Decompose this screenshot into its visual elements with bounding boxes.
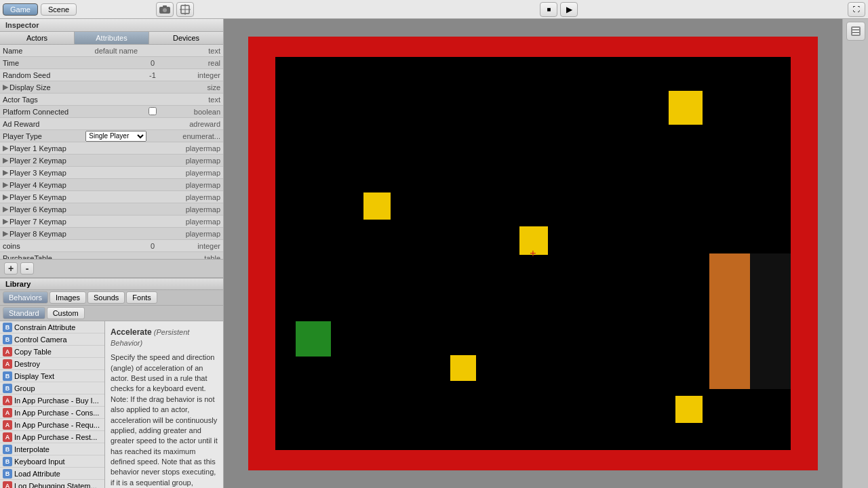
table-row: ▶ Player 5 Keymap playermap <box>0 191 223 203</box>
table-row: ▶ Player 8 Keymap playermap <box>0 228 223 240</box>
right-strip <box>842 19 868 488</box>
badge-a: A <box>3 408 12 418</box>
list-item[interactable]: A Log Debugging Statem... <box>0 480 104 488</box>
inspector-tabs: Actors Attributes Devices <box>0 32 223 45</box>
table-row: ▶ Player 3 Keymap playermap <box>0 167 223 179</box>
table-row: ▶ Display Size size <box>0 81 223 94</box>
badge-b: B <box>3 469 12 479</box>
target-icon[interactable] <box>176 2 194 17</box>
add-attribute-button[interactable]: + <box>4 262 18 274</box>
camera-icon[interactable] <box>156 2 174 17</box>
list-item[interactable]: A Copy Table <box>0 346 104 358</box>
play-button[interactable]: ▶ <box>560 2 578 17</box>
right-panel-btn[interactable] <box>846 22 865 41</box>
tab-actors[interactable]: Actors <box>0 32 75 44</box>
crosshair-icon: + <box>530 247 536 260</box>
library-content: B Constrain Attribute B Control Camera A… <box>0 321 223 488</box>
game-inner: + <box>275 57 791 450</box>
list-item[interactable]: B Constrain Attribute <box>0 321 104 333</box>
list-item[interactable]: B Keyboard Input <box>0 455 104 468</box>
game-view: + <box>224 19 842 488</box>
top-bar-left: Game Scene <box>3 3 77 16</box>
svg-rect-8 <box>852 30 859 32</box>
game-button[interactable]: Game <box>3 3 38 16</box>
table-row: Time 0 real <box>0 57 223 69</box>
svg-point-1 <box>163 8 167 12</box>
list-item[interactable]: A In App Purchase - Requ... <box>0 419 104 431</box>
list-item[interactable]: A In App Purchase - Buy I... <box>0 394 104 407</box>
game-object-yellow-2[interactable] <box>363 192 391 220</box>
badge-b: B <box>3 371 12 381</box>
table-row: ▶ Player 7 Keymap playermap <box>0 216 223 228</box>
svg-rect-9 <box>852 33 859 35</box>
game-object-yellow-5[interactable] <box>675 396 703 423</box>
list-item[interactable]: B Control Camera <box>0 333 104 346</box>
media-controls: ■ ▶ <box>273 2 845 17</box>
list-item-in-app-cons[interactable]: A In App Purchase - Cons... <box>0 407 104 419</box>
svg-rect-7 <box>852 28 859 29</box>
list-item[interactable]: B Load Attribute <box>0 468 104 480</box>
game-object-yellow-1[interactable] <box>669 91 703 125</box>
top-bar: Game Scene ■ ▶ ⛶ <box>0 0 868 19</box>
library-description: Accelerate (Persistent Behavior) Specify… <box>105 321 223 488</box>
tab-fonts[interactable]: Fonts <box>126 291 157 304</box>
tab-behaviors[interactable]: Behaviors <box>3 291 48 304</box>
category-standard[interactable]: Standard <box>3 307 45 319</box>
table-row: coins 0 integer <box>0 240 223 252</box>
table-row: ▶ Player 6 Keymap playermap <box>0 203 223 216</box>
table-row: PurchaseTable table <box>0 252 223 259</box>
scene-button[interactable]: Scene <box>41 3 77 16</box>
list-item[interactable]: A In App Purchase - Rest... <box>0 431 104 443</box>
list-item[interactable]: B Group <box>0 382 104 394</box>
badge-a: A <box>3 396 12 405</box>
remove-attribute-button[interactable]: - <box>20 262 34 274</box>
library-list: B Constrain Attribute B Control Camera A… <box>0 321 105 488</box>
list-item[interactable]: A Destroy <box>0 358 104 370</box>
fullscreen-icon[interactable]: ⛶ <box>848 2 865 17</box>
library-header: Library <box>0 279 223 290</box>
badge-a: A <box>3 481 12 489</box>
top-bar-center <box>79 2 270 17</box>
tab-images[interactable]: Images <box>50 291 86 304</box>
table-row: Platform Connected boolean <box>0 106 223 118</box>
list-item[interactable]: B Interpolate <box>0 443 104 455</box>
svg-rect-2 <box>163 5 167 7</box>
library-tabs: Behaviors Images Sounds Fonts <box>0 290 223 306</box>
game-object-orange[interactable] <box>709 253 750 389</box>
badge-a: A <box>3 347 12 357</box>
library-title: Library <box>5 280 218 288</box>
main-layout: Inspector Actors Attributes Devices Name… <box>0 19 868 488</box>
badge-b: B <box>3 457 12 466</box>
tab-sounds[interactable]: Sounds <box>87 291 125 304</box>
badge-a: A <box>3 432 12 442</box>
desc-body: Specify the speed and direction (angle) … <box>111 352 218 488</box>
table-row: ▶ Player 2 Keymap playermap <box>0 155 223 167</box>
category-custom[interactable]: Custom <box>47 307 85 319</box>
platform-connected-checkbox[interactable] <box>149 107 157 115</box>
player-type-select[interactable]: Single Player Multi Player <box>85 131 146 142</box>
library-category-tabs: Standard Custom <box>0 306 223 321</box>
attributes-table: Name default name text Time 0 real Rando… <box>0 45 223 259</box>
stop-button[interactable]: ■ <box>540 2 557 17</box>
attr-toolbar: + - <box>0 259 223 278</box>
tab-devices[interactable]: Devices <box>149 32 223 44</box>
badge-a: A <box>3 420 12 430</box>
game-object-green[interactable] <box>296 321 331 357</box>
badge-b: B <box>3 384 12 393</box>
table-row: ▶ Player 1 Keymap playermap <box>0 142 223 155</box>
badge-b: B <box>3 323 12 332</box>
table-row: Ad Reward adreward <box>0 118 223 130</box>
list-item-display-text[interactable]: B Display Text <box>0 370 104 382</box>
table-row: Actor Tags text <box>0 94 223 106</box>
inspector-title: Inspector <box>0 19 223 32</box>
table-row: Random Seed -1 integer <box>0 69 223 81</box>
tab-attributes[interactable]: Attributes <box>75 32 149 44</box>
badge-a: A <box>3 359 12 369</box>
badge-b: B <box>3 445 12 454</box>
game-object-yellow-4[interactable] <box>450 355 476 381</box>
badge-b: B <box>3 335 12 344</box>
table-row: ▶ Player 4 Keymap playermap <box>0 179 223 191</box>
library-section: Library Behaviors Images Sounds Fonts St… <box>0 278 223 488</box>
top-bar-right: ⛶ <box>848 2 865 17</box>
table-row: Player Type Single Player Multi Player e… <box>0 130 223 142</box>
